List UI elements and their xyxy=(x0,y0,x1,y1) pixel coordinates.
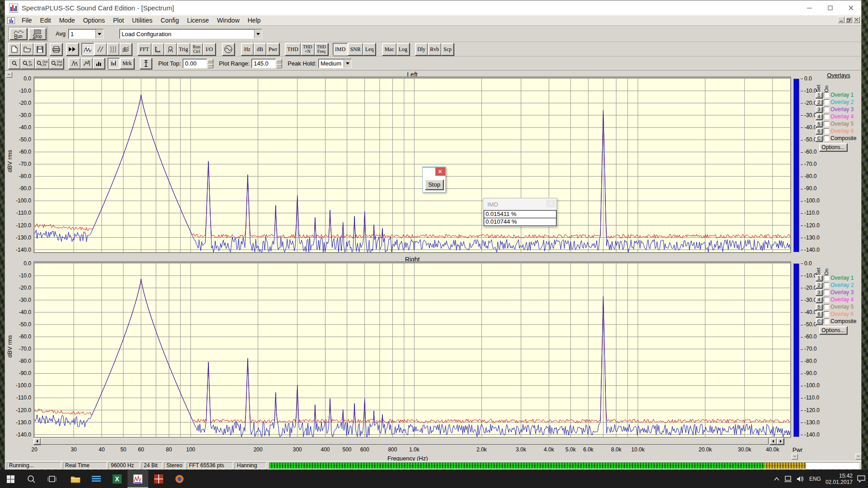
toolbar-thd-n-button[interactable]: THD+N xyxy=(301,43,315,56)
toolbar-scaling-button[interactable] xyxy=(151,43,164,56)
scroll-left-button[interactable] xyxy=(33,438,41,445)
start-button[interactable] xyxy=(0,470,21,488)
pane-splitter-box-meter[interactable]: − xyxy=(792,454,798,460)
menu-item-utilities[interactable]: Utilities xyxy=(128,15,156,25)
overlay-set-button-6[interactable]: 6 xyxy=(816,128,822,134)
plot-range-input[interactable]: 145.0 xyxy=(251,59,276,68)
toolbar-io-device-button[interactable]: I/O xyxy=(203,43,216,56)
toolbar-save-file-button[interactable] xyxy=(33,43,46,56)
overlay-on-checkbox-C[interactable] xyxy=(824,136,829,141)
overlays-options-button[interactable]: Options... xyxy=(819,143,847,151)
stop-dialog-stop-button[interactable]: Stop xyxy=(425,179,443,190)
overlay-on-checkbox-6[interactable] xyxy=(824,128,829,134)
plot-range-spinner[interactable] xyxy=(276,59,282,68)
toolbar-spectrum-view-button[interactable] xyxy=(81,43,94,56)
tray-expand-icon[interactable] xyxy=(774,477,779,481)
overlay-on-checkbox-3[interactable] xyxy=(824,290,829,295)
spectrum-doc-icon[interactable] xyxy=(7,17,15,24)
overlay-on-checkbox-C[interactable] xyxy=(824,319,829,324)
toolbar-reverb-button[interactable]: Rvb xyxy=(428,43,441,56)
avg-select[interactable]: 1 xyxy=(68,29,104,39)
overlay-set-button-1[interactable]: 1 xyxy=(816,275,822,281)
file-explorer-icon[interactable] xyxy=(65,470,86,488)
toolbar-marker-cursor-button[interactable] xyxy=(140,58,152,69)
pane-splitter-box-right[interactable]: − xyxy=(855,454,862,460)
toolbar-zoom-out-full-button[interactable]: OutFull xyxy=(49,58,64,69)
mdi-minimize-button[interactable] xyxy=(838,17,844,23)
toolbar-triggering-button[interactable]: Trig xyxy=(177,43,190,56)
spectraplus-taskbar-icon[interactable] xyxy=(127,470,148,488)
toolbar-surface-view-button[interactable] xyxy=(119,43,132,56)
toolbar-time-series-view-button[interactable] xyxy=(94,43,107,56)
toolbar-markers-button[interactable]: Mrk xyxy=(120,58,134,69)
peak-hold-dropdown-arrow[interactable] xyxy=(344,59,351,68)
mdi-restore-button[interactable] xyxy=(845,17,852,23)
menu-item-license[interactable]: License xyxy=(183,15,213,25)
task-view-icon[interactable] xyxy=(42,470,62,488)
scroll-left2-button[interactable] xyxy=(769,438,777,445)
right-spectrum-plot[interactable] xyxy=(33,261,791,438)
office-app-icon[interactable] xyxy=(148,470,169,488)
overlay-set-button-3[interactable]: 3 xyxy=(816,290,822,296)
toolbar-zoom-cursor-button[interactable] xyxy=(8,58,20,69)
toolbar-scope-button[interactable]: Scp xyxy=(441,43,454,56)
toolbar-logging-button[interactable]: Log xyxy=(396,43,410,56)
menu-item-file[interactable]: File xyxy=(18,15,36,25)
menu-item-mode[interactable]: Mode xyxy=(55,15,79,25)
close-button[interactable] xyxy=(840,0,861,15)
avg-dropdown-arrow[interactable] xyxy=(95,29,103,38)
overlay-set-button-1[interactable]: 1 xyxy=(816,92,822,98)
overlay-on-checkbox-4[interactable] xyxy=(824,297,829,302)
load-configuration-select[interactable]: Load Configuration xyxy=(119,29,262,39)
overlays-options-button[interactable]: Options... xyxy=(819,326,847,334)
left-spectrum-plot[interactable] xyxy=(33,76,791,253)
overlay-on-checkbox-4[interactable] xyxy=(824,114,829,119)
toolbar-signal-generator-button[interactable] xyxy=(222,43,235,56)
menu-item-help[interactable]: Help xyxy=(244,15,265,25)
toolbar-power-units-button[interactable]: Pwr xyxy=(266,43,279,56)
firefox-icon[interactable] xyxy=(169,470,190,488)
frequency-scrollbar[interactable] xyxy=(33,438,784,445)
taskbar-search-icon[interactable] xyxy=(21,470,42,488)
overlay-on-checkbox-5[interactable] xyxy=(824,304,829,310)
plot-top-input[interactable]: 0.00 xyxy=(183,59,207,68)
overlay-set-button-2[interactable]: 2 xyxy=(816,282,822,288)
action-center-icon[interactable] xyxy=(857,475,865,483)
overlay-set-button-5[interactable]: 5 xyxy=(816,121,822,127)
overlay-set-button-6[interactable]: 6 xyxy=(816,311,822,317)
toolbar-amplitude-units-button[interactable]: dB xyxy=(254,43,266,56)
toolbar-thd-button[interactable]: THD xyxy=(285,43,301,56)
settings-app-icon[interactable] xyxy=(86,470,107,488)
overlay-set-button-C[interactable]: C xyxy=(816,136,822,141)
overlay-set-button-4[interactable]: 4 xyxy=(816,114,822,120)
menu-item-edit[interactable]: Edit xyxy=(36,15,55,25)
toolbar-snr-button[interactable]: SNR xyxy=(348,43,363,56)
stop-button[interactable]: Stop xyxy=(28,28,46,40)
plot-top-spinner[interactable] xyxy=(208,59,213,68)
overlay-set-button-2[interactable]: 2 xyxy=(816,99,822,105)
toolbar-imd-button[interactable]: IMD xyxy=(333,43,348,56)
overlay-on-checkbox-2[interactable] xyxy=(824,99,829,105)
peak-hold-select[interactable]: Medium xyxy=(318,59,352,68)
toolbar-macro-button[interactable]: Mac xyxy=(382,43,396,56)
run-button[interactable]: Run xyxy=(9,28,27,40)
maximize-button[interactable] xyxy=(820,0,840,15)
overlay-set-button-C[interactable]: C xyxy=(816,319,822,324)
toolbar-print-button[interactable] xyxy=(50,43,62,56)
toolbar-fast-forward-button[interactable] xyxy=(66,43,79,56)
language-indicator[interactable]: ENG xyxy=(809,476,821,482)
overlay-on-checkbox-1[interactable] xyxy=(824,92,829,98)
overlay-set-button-4[interactable]: 4 xyxy=(816,297,822,303)
stop-dialog-close-icon[interactable] xyxy=(435,168,445,176)
scroll-right-button[interactable] xyxy=(777,438,784,445)
overlay-set-button-5[interactable]: 5 xyxy=(816,304,822,310)
taskbar-clock[interactable]: 15:42 02.01.2017 xyxy=(826,473,853,485)
overlay-on-checkbox-5[interactable] xyxy=(824,121,829,127)
toolbar-run-control-button[interactable]: RunCtrl xyxy=(190,43,203,56)
toolbar-leq-button[interactable]: Leq xyxy=(363,43,376,56)
overlay-on-checkbox-6[interactable] xyxy=(824,311,829,317)
toolbar-open-file-button[interactable] xyxy=(21,43,33,56)
config-dropdown-arrow[interactable] xyxy=(254,29,262,38)
toolbar-step-plot-view-button[interactable] xyxy=(80,58,93,69)
toolbar-line-plot-view-button[interactable] xyxy=(68,58,80,69)
